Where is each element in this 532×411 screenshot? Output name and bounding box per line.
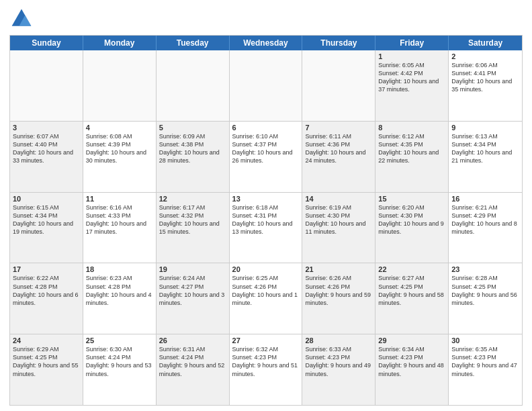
logo	[9, 7, 36, 31]
day-cell-12: 12Sunrise: 6:17 AM Sunset: 4:32 PM Dayli…	[157, 193, 230, 263]
day-number-21: 21	[305, 265, 372, 273]
day-cell-6: 6Sunrise: 6:10 AM Sunset: 4:37 PM Daylig…	[230, 122, 303, 192]
day-number-27: 27	[232, 336, 300, 345]
day-cell-2: 2Sunrise: 6:06 AM Sunset: 4:41 PM Daylig…	[449, 50, 522, 121]
day-info-25: Sunrise: 6:30 AM Sunset: 4:24 PM Dayligh…	[86, 345, 153, 378]
day-cell-13: 13Sunrise: 6:18 AM Sunset: 4:31 PM Dayli…	[230, 193, 303, 263]
day-number-16: 16	[451, 195, 519, 203]
day-info-12: Sunrise: 6:17 AM Sunset: 4:32 PM Dayligh…	[159, 203, 226, 236]
day-number-10: 10	[13, 195, 80, 203]
page: SundayMondayTuesdayWednesdayThursdayFrid…	[0, 0, 532, 411]
weekday-header-friday: Friday	[375, 36, 449, 50]
day-info-21: Sunrise: 6:26 AM Sunset: 4:26 PM Dayligh…	[305, 274, 372, 307]
day-info-2: Sunrise: 6:06 AM Sunset: 4:41 PM Dayligh…	[451, 61, 519, 94]
day-cell-17: 17Sunrise: 6:22 AM Sunset: 4:28 PM Dayli…	[10, 263, 83, 334]
day-number-14: 14	[305, 195, 372, 203]
day-number-13: 13	[232, 195, 300, 203]
calendar: SundayMondayTuesdayWednesdayThursdayFrid…	[9, 35, 523, 406]
day-info-3: Sunrise: 6:07 AM Sunset: 4:40 PM Dayligh…	[13, 132, 80, 165]
day-number-17: 17	[13, 265, 80, 273]
day-number-15: 15	[378, 195, 445, 203]
day-cell-20: 20Sunrise: 6:25 AM Sunset: 4:26 PM Dayli…	[230, 263, 303, 334]
day-cell-19: 19Sunrise: 6:24 AM Sunset: 4:27 PM Dayli…	[157, 263, 230, 334]
weekday-header-wednesday: Wednesday	[230, 36, 303, 50]
weekday-header-saturday: Saturday	[449, 36, 522, 50]
day-cell-22: 22Sunrise: 6:27 AM Sunset: 4:25 PM Dayli…	[375, 263, 449, 334]
day-cell-23: 23Sunrise: 6:28 AM Sunset: 4:25 PM Dayli…	[449, 263, 522, 334]
day-info-9: Sunrise: 6:13 AM Sunset: 4:34 PM Dayligh…	[451, 132, 519, 165]
day-info-15: Sunrise: 6:20 AM Sunset: 4:30 PM Dayligh…	[378, 203, 445, 236]
day-cell-10: 10Sunrise: 6:15 AM Sunset: 4:34 PM Dayli…	[10, 193, 83, 263]
day-info-5: Sunrise: 6:09 AM Sunset: 4:38 PM Dayligh…	[159, 132, 226, 165]
day-number-22: 22	[378, 265, 445, 273]
empty-cell-r0c3	[230, 50, 303, 121]
day-cell-30: 30Sunrise: 6:35 AM Sunset: 4:23 PM Dayli…	[449, 334, 522, 405]
day-number-25: 25	[86, 336, 153, 345]
day-number-11: 11	[86, 195, 153, 203]
weekday-header-sunday: Sunday	[10, 36, 83, 50]
day-cell-7: 7Sunrise: 6:11 AM Sunset: 4:36 PM Daylig…	[302, 122, 375, 192]
weekday-header-tuesday: Tuesday	[157, 36, 230, 50]
day-info-4: Sunrise: 6:08 AM Sunset: 4:39 PM Dayligh…	[86, 132, 153, 165]
calendar-row-0: 1Sunrise: 6:05 AM Sunset: 4:42 PM Daylig…	[10, 50, 522, 122]
day-number-29: 29	[378, 336, 445, 345]
day-cell-16: 16Sunrise: 6:21 AM Sunset: 4:29 PM Dayli…	[449, 193, 522, 263]
day-cell-15: 15Sunrise: 6:20 AM Sunset: 4:30 PM Dayli…	[375, 193, 449, 263]
calendar-body: 1Sunrise: 6:05 AM Sunset: 4:42 PM Daylig…	[10, 50, 522, 405]
day-number-1: 1	[378, 52, 445, 60]
day-cell-28: 28Sunrise: 6:33 AM Sunset: 4:23 PM Dayli…	[302, 334, 375, 405]
day-info-30: Sunrise: 6:35 AM Sunset: 4:23 PM Dayligh…	[451, 345, 519, 378]
empty-cell-r0c4	[302, 50, 375, 121]
day-cell-26: 26Sunrise: 6:31 AM Sunset: 4:24 PM Dayli…	[157, 334, 230, 405]
day-cell-1: 1Sunrise: 6:05 AM Sunset: 4:42 PM Daylig…	[375, 50, 449, 121]
calendar-row-3: 17Sunrise: 6:22 AM Sunset: 4:28 PM Dayli…	[10, 263, 522, 334]
day-number-26: 26	[159, 336, 226, 345]
day-number-8: 8	[378, 124, 445, 132]
day-info-17: Sunrise: 6:22 AM Sunset: 4:28 PM Dayligh…	[13, 274, 80, 307]
day-cell-9: 9Sunrise: 6:13 AM Sunset: 4:34 PM Daylig…	[449, 122, 522, 192]
logo-icon	[9, 7, 34, 31]
day-number-6: 6	[232, 124, 300, 132]
day-info-23: Sunrise: 6:28 AM Sunset: 4:25 PM Dayligh…	[451, 274, 519, 307]
day-info-6: Sunrise: 6:10 AM Sunset: 4:37 PM Dayligh…	[232, 132, 300, 165]
day-cell-14: 14Sunrise: 6:19 AM Sunset: 4:30 PM Dayli…	[302, 193, 375, 263]
day-number-20: 20	[232, 265, 300, 273]
calendar-row-1: 3Sunrise: 6:07 AM Sunset: 4:40 PM Daylig…	[10, 122, 522, 193]
empty-cell-r0c1	[83, 50, 157, 121]
day-number-5: 5	[159, 124, 226, 132]
day-cell-21: 21Sunrise: 6:26 AM Sunset: 4:26 PM Dayli…	[302, 263, 375, 334]
day-number-24: 24	[13, 336, 80, 345]
day-info-14: Sunrise: 6:19 AM Sunset: 4:30 PM Dayligh…	[305, 203, 372, 236]
day-info-8: Sunrise: 6:12 AM Sunset: 4:35 PM Dayligh…	[378, 132, 445, 165]
day-cell-5: 5Sunrise: 6:09 AM Sunset: 4:38 PM Daylig…	[157, 122, 230, 192]
day-cell-8: 8Sunrise: 6:12 AM Sunset: 4:35 PM Daylig…	[375, 122, 449, 192]
day-info-16: Sunrise: 6:21 AM Sunset: 4:29 PM Dayligh…	[451, 203, 519, 236]
day-number-12: 12	[159, 195, 226, 203]
day-info-7: Sunrise: 6:11 AM Sunset: 4:36 PM Dayligh…	[305, 132, 372, 165]
day-cell-11: 11Sunrise: 6:16 AM Sunset: 4:33 PM Dayli…	[83, 193, 157, 263]
day-cell-27: 27Sunrise: 6:32 AM Sunset: 4:23 PM Dayli…	[230, 334, 303, 405]
day-number-19: 19	[159, 265, 226, 273]
day-cell-3: 3Sunrise: 6:07 AM Sunset: 4:40 PM Daylig…	[10, 122, 83, 192]
day-info-18: Sunrise: 6:23 AM Sunset: 4:28 PM Dayligh…	[86, 274, 153, 307]
day-number-23: 23	[451, 265, 519, 273]
day-cell-29: 29Sunrise: 6:34 AM Sunset: 4:23 PM Dayli…	[375, 334, 449, 405]
day-number-18: 18	[86, 265, 153, 273]
day-number-7: 7	[305, 124, 372, 132]
calendar-row-4: 24Sunrise: 6:29 AM Sunset: 4:25 PM Dayli…	[10, 334, 522, 405]
calendar-header: SundayMondayTuesdayWednesdayThursdayFrid…	[10, 36, 522, 50]
calendar-row-2: 10Sunrise: 6:15 AM Sunset: 4:34 PM Dayli…	[10, 193, 522, 264]
day-number-30: 30	[451, 336, 519, 345]
header	[9, 7, 523, 31]
weekday-header-thursday: Thursday	[302, 36, 375, 50]
day-number-2: 2	[451, 52, 519, 60]
day-info-19: Sunrise: 6:24 AM Sunset: 4:27 PM Dayligh…	[159, 274, 226, 307]
day-info-10: Sunrise: 6:15 AM Sunset: 4:34 PM Dayligh…	[13, 203, 80, 236]
day-cell-25: 25Sunrise: 6:30 AM Sunset: 4:24 PM Dayli…	[83, 334, 157, 405]
day-info-29: Sunrise: 6:34 AM Sunset: 4:23 PM Dayligh…	[378, 345, 445, 378]
day-info-28: Sunrise: 6:33 AM Sunset: 4:23 PM Dayligh…	[305, 345, 372, 378]
day-info-27: Sunrise: 6:32 AM Sunset: 4:23 PM Dayligh…	[232, 345, 300, 378]
day-info-13: Sunrise: 6:18 AM Sunset: 4:31 PM Dayligh…	[232, 203, 300, 236]
day-number-28: 28	[305, 336, 372, 345]
day-cell-4: 4Sunrise: 6:08 AM Sunset: 4:39 PM Daylig…	[83, 122, 157, 192]
